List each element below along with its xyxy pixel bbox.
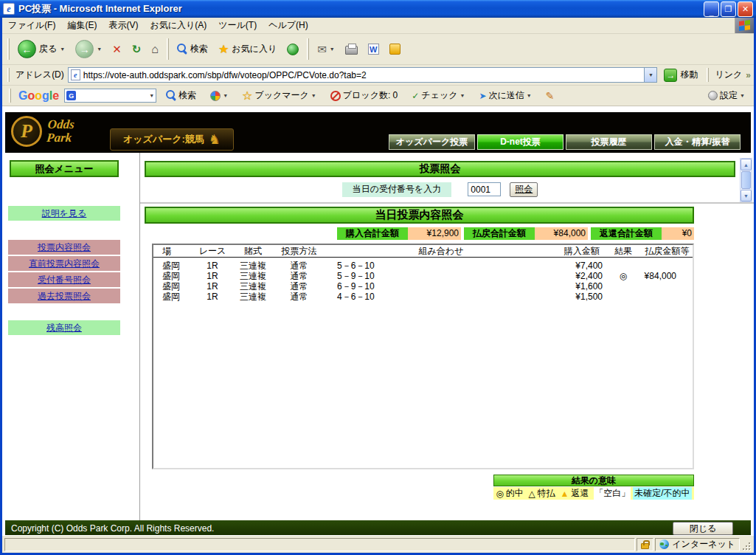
nav-oddspark-vote-button[interactable]: オッズパーク投票 [389, 134, 475, 150]
forward-icon: → [75, 40, 94, 58]
today-vote-title: 当日投票内容照会 [145, 207, 694, 224]
search-icon [177, 44, 187, 55]
popup-blocker-button[interactable]: ブロック数: 0 [326, 87, 402, 104]
scroll-down-icon[interactable]: ▼ [741, 190, 752, 201]
lock-icon [641, 543, 649, 549]
result-legend: ◎ 的中 △ 特払 ▲ 返還 「空白」 未確定/不的中 [493, 487, 694, 500]
go-button[interactable]: → 移動 [661, 67, 701, 83]
forward-dropdown-icon: ▼ [97, 46, 102, 52]
close-page-button[interactable]: 閉じる [673, 522, 733, 535]
home-button[interactable]: ⌂ [147, 40, 163, 59]
refresh-icon: ↻ [132, 43, 142, 56]
toolbar-separator [307, 38, 309, 60]
links-chevron-icon[interactable]: » [746, 70, 751, 80]
sidebar-item-vote-details[interactable]: 投票内容照会 [8, 240, 120, 255]
settings-icon [708, 91, 718, 100]
legend-special-payout: △ 特払 [529, 487, 555, 500]
menu-favorites[interactable]: お気に入り(A) [144, 18, 212, 33]
google-search-input[interactable]: G ▼ [64, 89, 156, 103]
toolbar-separator [167, 38, 169, 60]
standard-toolbar: ← 戻る ▼ → ▼ ✕ ↻ ⌂ 検索 ★ お気に入り ✉ ▼ W [2, 34, 754, 65]
odds-park-logo[interactable]: P OddsPark [11, 116, 74, 147]
nav-deposit-settlement-button[interactable]: 入金・精算/振替 [654, 134, 741, 150]
menu-file[interactable]: ファイル(F) [2, 18, 61, 33]
bookmarks-button[interactable]: ☆ ブックマーク▼ [237, 86, 321, 105]
browser-window: e PC投票 - Microsoft Internet Explorer _ ❐… [0, 0, 756, 555]
zone-label: インターネット [672, 538, 735, 551]
menu-view[interactable]: 表示(V) [103, 18, 144, 33]
go-arrow-icon: → [664, 69, 677, 82]
nav-dnet-vote-button[interactable]: D-net投票 [477, 134, 563, 150]
sidebar-divider [139, 153, 140, 520]
hit-mark: ◎ [605, 271, 642, 281]
print-button[interactable] [341, 41, 362, 58]
highlighter-button[interactable]: ✎ [541, 88, 559, 104]
close-window-button[interactable]: ✕ [738, 1, 753, 17]
inquiry-button[interactable]: 照会 [510, 182, 538, 197]
googlebar-grip [9, 89, 11, 103]
hit-symbol-icon: ◎ [496, 489, 503, 499]
mail-icon: ✉ [317, 43, 327, 56]
status-message-panel [4, 538, 635, 551]
sidebar-item-past-votes[interactable]: 過去投票照会 [8, 289, 120, 303]
google-apps-button[interactable]: ▼ [206, 89, 232, 103]
internet-zone-icon [659, 540, 669, 549]
google-logo: Google [18, 89, 59, 103]
payout-total-value: ¥84,000 [535, 227, 588, 240]
search-button[interactable]: 検索 [173, 40, 212, 58]
sidebar-item-recent-vote-details[interactable]: 直前投票内容照会 [8, 256, 120, 271]
menu-tools[interactable]: ツール(T) [212, 18, 263, 33]
windows-flag-logo [735, 18, 754, 33]
mail-button[interactable]: ✉ ▼ [313, 40, 339, 59]
status-bar: インターネット [2, 535, 754, 553]
address-input[interactable]: e https://vote-auth.oddspark.com/sbp/dfw… [68, 67, 658, 83]
page-footer: Copyright (C) Odds Park Corp. All Rights… [5, 520, 751, 535]
resize-grip[interactable] [741, 538, 752, 551]
legend-hit: ◎ 的中 [496, 487, 523, 500]
refresh-button[interactable]: ↻ [128, 40, 146, 59]
nav-vote-history-button[interactable]: 投票履歴 [566, 134, 652, 150]
mail-dropdown-icon: ▼ [330, 46, 335, 52]
back-button[interactable]: ← 戻る ▼ [13, 37, 69, 61]
url-text: https://vote-auth.oddspark.com/sbp/dfw/v… [83, 70, 642, 80]
sidebar-item-balance[interactable]: 残高照会 [8, 320, 120, 335]
menu-edit[interactable]: 編集(E) [61, 18, 103, 33]
maximize-button[interactable]: ❐ [721, 1, 736, 17]
google-settings-button[interactable]: 設定▼ [704, 87, 749, 104]
legend-refund: ▲ 返還 [561, 487, 589, 500]
address-dropdown-button[interactable]: ▼ [644, 68, 656, 82]
stop-button[interactable]: ✕ [108, 40, 126, 59]
send-to-button[interactable]: ➤ 次に送信▼ [474, 87, 535, 104]
inquiry-sidebar: 照会メニュー 説明を見る 投票内容照会 直前投票内容照会 受付番号照会 過去投票… [2, 153, 139, 520]
favorites-button[interactable]: ★ お気に入り [214, 39, 281, 59]
forward-button[interactable]: → ▼ [71, 37, 106, 61]
page-viewport: P OddsPark オッズパーク:競馬 ♞ オッズパーク投票 D-net投票 … [2, 106, 754, 535]
receipt-input-row: 当日の受付番号を入力 照会 [145, 182, 735, 197]
totals-row: 購入合計金額 ¥12,900 払戻合計金額 ¥84,000 返還合計金額 ¥0 [145, 227, 694, 240]
horse-icon: ♞ [209, 131, 221, 148]
messenger-button[interactable] [385, 41, 405, 58]
table-row: 盛岡 1R 三連複 通常 5－6－10 ¥7,400 [153, 261, 693, 271]
refund-symbol-icon: ▲ [561, 489, 569, 499]
legend-undecided: 「空白」 未確定/不的中 [594, 487, 691, 500]
table-row: 盛岡 1R 三連複 通常 6－9－10 ¥1,600 [153, 281, 693, 292]
google-search-button[interactable]: 検索 [162, 87, 201, 104]
minimize-button[interactable]: _ [704, 1, 719, 17]
scroll-up-icon[interactable]: ▲ [741, 159, 752, 170]
receipt-number-input[interactable] [468, 182, 501, 196]
scrollbar-thumb[interactable] [741, 171, 751, 189]
media-button[interactable] [282, 41, 303, 58]
menu-help[interactable]: ヘルプ(H) [263, 18, 314, 33]
copyright-text: Copyright (C) Odds Park Corp. All Rights… [11, 523, 214, 534]
links-separator [707, 68, 709, 82]
address-label: アドレス(D) [15, 69, 64, 81]
refund-total-label: 返還合計金額 [591, 227, 662, 240]
links-label[interactable]: リンク [715, 69, 742, 81]
vote-inquiry-title: 投票照会 [145, 161, 735, 177]
spellcheck-button[interactable]: ✓ チェック▼ [407, 87, 469, 104]
edit-with-word-button[interactable]: W [364, 41, 384, 58]
purchase-total-label: 購入合計金額 [337, 227, 408, 240]
sidebar-item-help[interactable]: 説明を見る [8, 206, 120, 221]
title-bar: e PC投票 - Microsoft Internet Explorer _ ❐… [0, 0, 756, 18]
sidebar-item-receipt-number[interactable]: 受付番号照会 [8, 272, 120, 287]
